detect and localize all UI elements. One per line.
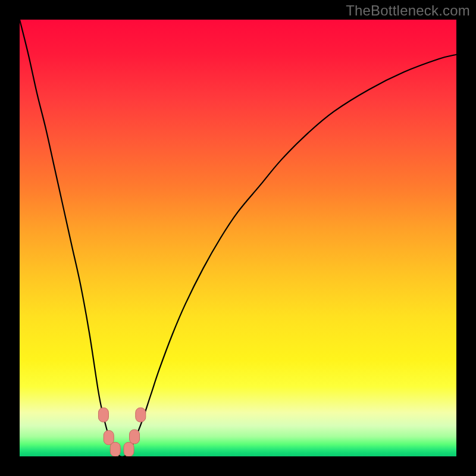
curve-marker (130, 430, 140, 444)
plot-area (20, 20, 456, 456)
bottleneck-curve (20, 20, 456, 456)
curve-marker (104, 430, 114, 444)
curve-layer (20, 20, 456, 456)
chart-frame: TheBottleneck.com (0, 0, 476, 476)
curve-marker (98, 408, 108, 422)
curve-marker (110, 442, 120, 456)
watermark-text: TheBottleneck.com (346, 2, 470, 19)
curve-marker (124, 442, 134, 456)
curve-marker (136, 408, 146, 422)
curve-markers (98, 408, 145, 456)
